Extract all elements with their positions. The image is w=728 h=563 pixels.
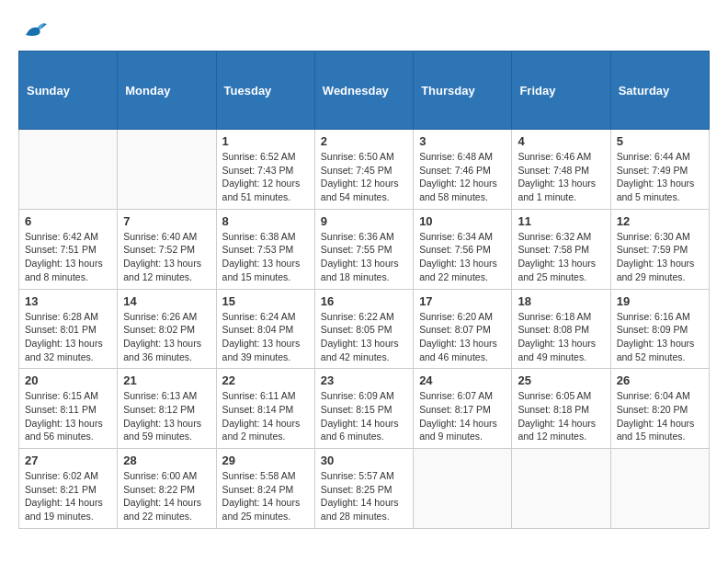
calendar-cell: 12Sunrise: 6:30 AM Sunset: 7:59 PM Dayli… <box>610 209 709 289</box>
day-number: 16 <box>321 294 407 308</box>
calendar-cell <box>512 449 610 529</box>
calendar-cell: 27Sunrise: 6:02 AM Sunset: 8:21 PM Dayli… <box>19 449 118 529</box>
day-number: 6 <box>25 214 111 228</box>
day-number: 9 <box>321 214 407 228</box>
header <box>18 18 710 37</box>
calendar-cell: 21Sunrise: 6:13 AM Sunset: 8:12 PM Dayli… <box>118 369 216 449</box>
calendar-cell: 10Sunrise: 6:34 AM Sunset: 7:56 PM Dayli… <box>414 209 512 289</box>
day-info: Sunrise: 6:28 AM Sunset: 8:01 PM Dayligh… <box>25 310 111 364</box>
day-number: 22 <box>222 373 309 387</box>
day-header-wednesday: Wednesday <box>314 52 413 130</box>
day-header-friday: Friday <box>512 52 610 130</box>
day-info: Sunrise: 6:07 AM Sunset: 8:17 PM Dayligh… <box>419 389 506 443</box>
day-number: 18 <box>518 294 604 308</box>
day-number: 21 <box>123 373 210 387</box>
calendar-cell: 30Sunrise: 5:57 AM Sunset: 8:25 PM Dayli… <box>314 449 413 529</box>
calendar-week-1: 1Sunrise: 6:52 AM Sunset: 7:43 PM Daylig… <box>19 130 710 210</box>
day-info: Sunrise: 6:32 AM Sunset: 7:58 PM Dayligh… <box>518 230 604 284</box>
calendar-cell: 14Sunrise: 6:26 AM Sunset: 8:02 PM Dayli… <box>118 289 216 369</box>
calendar-cell: 9Sunrise: 6:36 AM Sunset: 7:55 PM Daylig… <box>314 209 413 289</box>
calendar-cell: 2Sunrise: 6:50 AM Sunset: 7:45 PM Daylig… <box>314 130 413 210</box>
day-info: Sunrise: 6:02 AM Sunset: 8:21 PM Dayligh… <box>25 469 111 523</box>
day-info: Sunrise: 6:48 AM Sunset: 7:46 PM Dayligh… <box>419 150 506 204</box>
calendar: SundayMondayTuesdayWednesdayThursdayFrid… <box>18 51 710 529</box>
calendar-cell: 13Sunrise: 6:28 AM Sunset: 8:01 PM Dayli… <box>19 289 118 369</box>
calendar-cell: 18Sunrise: 6:18 AM Sunset: 8:08 PM Dayli… <box>512 289 610 369</box>
day-number: 28 <box>123 454 210 467</box>
logo-bird-icon <box>21 18 49 40</box>
day-info: Sunrise: 6:13 AM Sunset: 8:12 PM Dayligh… <box>123 389 210 443</box>
calendar-cell: 23Sunrise: 6:09 AM Sunset: 8:15 PM Dayli… <box>314 369 413 449</box>
calendar-cell <box>118 130 216 210</box>
day-number: 1 <box>222 134 309 148</box>
day-number: 4 <box>518 134 604 148</box>
day-info: Sunrise: 6:36 AM Sunset: 7:55 PM Dayligh… <box>321 230 407 284</box>
day-number: 14 <box>123 294 210 308</box>
day-info: Sunrise: 6:20 AM Sunset: 8:07 PM Dayligh… <box>419 310 506 364</box>
calendar-header-row: SundayMondayTuesdayWednesdayThursdayFrid… <box>19 52 710 130</box>
calendar-cell: 16Sunrise: 6:22 AM Sunset: 8:05 PM Dayli… <box>314 289 413 369</box>
calendar-week-3: 13Sunrise: 6:28 AM Sunset: 8:01 PM Dayli… <box>19 289 710 369</box>
day-info: Sunrise: 6:42 AM Sunset: 7:51 PM Dayligh… <box>25 230 111 284</box>
calendar-cell <box>610 449 709 529</box>
day-info: Sunrise: 5:58 AM Sunset: 8:24 PM Dayligh… <box>222 469 309 523</box>
calendar-cell: 4Sunrise: 6:46 AM Sunset: 7:48 PM Daylig… <box>512 130 610 210</box>
calendar-cell: 1Sunrise: 6:52 AM Sunset: 7:43 PM Daylig… <box>216 130 314 210</box>
day-info: Sunrise: 6:15 AM Sunset: 8:11 PM Dayligh… <box>25 389 111 443</box>
day-number: 12 <box>617 214 703 228</box>
day-info: Sunrise: 6:11 AM Sunset: 8:14 PM Dayligh… <box>222 389 309 443</box>
calendar-cell: 28Sunrise: 6:00 AM Sunset: 8:22 PM Dayli… <box>118 449 216 529</box>
day-number: 8 <box>222 214 309 228</box>
day-number: 17 <box>419 294 506 308</box>
day-info: Sunrise: 5:57 AM Sunset: 8:25 PM Dayligh… <box>321 469 407 523</box>
day-number: 30 <box>321 454 407 467</box>
day-number: 27 <box>25 454 111 467</box>
day-number: 10 <box>419 214 506 228</box>
calendar-cell: 6Sunrise: 6:42 AM Sunset: 7:51 PM Daylig… <box>19 209 118 289</box>
day-info: Sunrise: 6:44 AM Sunset: 7:49 PM Dayligh… <box>617 150 703 204</box>
calendar-cell: 20Sunrise: 6:15 AM Sunset: 8:11 PM Dayli… <box>19 369 118 449</box>
day-info: Sunrise: 6:30 AM Sunset: 7:59 PM Dayligh… <box>617 230 703 284</box>
calendar-cell: 25Sunrise: 6:05 AM Sunset: 8:18 PM Dayli… <box>512 369 610 449</box>
day-header-tuesday: Tuesday <box>216 52 314 130</box>
calendar-cell: 26Sunrise: 6:04 AM Sunset: 8:20 PM Dayli… <box>610 369 709 449</box>
day-number: 11 <box>518 214 604 228</box>
day-info: Sunrise: 6:24 AM Sunset: 8:04 PM Dayligh… <box>222 310 309 364</box>
day-info: Sunrise: 6:05 AM Sunset: 8:18 PM Dayligh… <box>518 389 604 443</box>
day-info: Sunrise: 6:34 AM Sunset: 7:56 PM Dayligh… <box>419 230 506 284</box>
calendar-cell: 8Sunrise: 6:38 AM Sunset: 7:53 PM Daylig… <box>216 209 314 289</box>
day-number: 23 <box>321 373 407 387</box>
calendar-cell <box>19 130 118 210</box>
day-number: 26 <box>617 373 703 387</box>
calendar-cell: 17Sunrise: 6:20 AM Sunset: 8:07 PM Dayli… <box>414 289 512 369</box>
day-info: Sunrise: 6:18 AM Sunset: 8:08 PM Dayligh… <box>518 310 604 364</box>
day-info: Sunrise: 6:16 AM Sunset: 8:09 PM Dayligh… <box>617 310 703 364</box>
calendar-cell: 19Sunrise: 6:16 AM Sunset: 8:09 PM Dayli… <box>610 289 709 369</box>
day-number: 3 <box>419 134 506 148</box>
day-number: 24 <box>419 373 506 387</box>
calendar-cell: 15Sunrise: 6:24 AM Sunset: 8:04 PM Dayli… <box>216 289 314 369</box>
day-info: Sunrise: 6:00 AM Sunset: 8:22 PM Dayligh… <box>123 469 210 523</box>
day-info: Sunrise: 6:52 AM Sunset: 7:43 PM Dayligh… <box>222 150 309 204</box>
day-number: 29 <box>222 454 309 467</box>
calendar-week-4: 20Sunrise: 6:15 AM Sunset: 8:11 PM Dayli… <box>19 369 710 449</box>
day-info: Sunrise: 6:04 AM Sunset: 8:20 PM Dayligh… <box>617 389 703 443</box>
day-info: Sunrise: 6:09 AM Sunset: 8:15 PM Dayligh… <box>321 389 407 443</box>
day-header-sunday: Sunday <box>19 52 118 130</box>
day-header-thursday: Thursday <box>414 52 512 130</box>
calendar-cell: 7Sunrise: 6:40 AM Sunset: 7:52 PM Daylig… <box>118 209 216 289</box>
day-info: Sunrise: 6:38 AM Sunset: 7:53 PM Dayligh… <box>222 230 309 284</box>
day-info: Sunrise: 6:26 AM Sunset: 8:02 PM Dayligh… <box>123 310 210 364</box>
day-number: 20 <box>25 373 111 387</box>
day-number: 19 <box>617 294 703 308</box>
calendar-cell: 29Sunrise: 5:58 AM Sunset: 8:24 PM Dayli… <box>216 449 314 529</box>
day-number: 5 <box>617 134 703 148</box>
calendar-cell: 5Sunrise: 6:44 AM Sunset: 7:49 PM Daylig… <box>610 130 709 210</box>
calendar-cell: 22Sunrise: 6:11 AM Sunset: 8:14 PM Dayli… <box>216 369 314 449</box>
logo <box>18 18 49 37</box>
day-number: 7 <box>123 214 210 228</box>
calendar-week-5: 27Sunrise: 6:02 AM Sunset: 8:21 PM Dayli… <box>19 449 710 529</box>
day-number: 25 <box>518 373 604 387</box>
calendar-cell: 24Sunrise: 6:07 AM Sunset: 8:17 PM Dayli… <box>414 369 512 449</box>
day-info: Sunrise: 6:40 AM Sunset: 7:52 PM Dayligh… <box>123 230 210 284</box>
